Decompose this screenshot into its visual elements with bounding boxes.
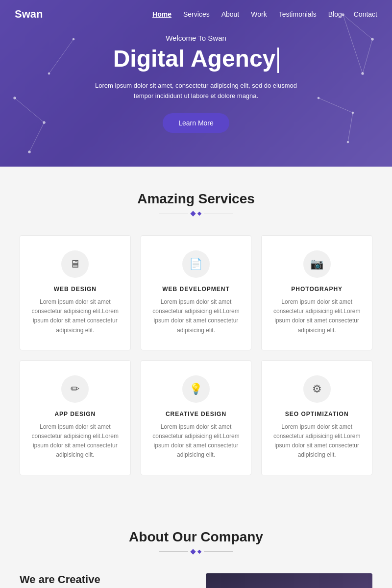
about-heading: We are Creative — [20, 573, 186, 586]
nav-item-testimonials[interactable]: Testimonials — [279, 10, 317, 19]
service-card-0: 🖥 WEB DESIGN Lorem ipsum dolor sit amet … — [20, 235, 131, 350]
svg-point-5 — [362, 73, 364, 75]
service-title-3: APP DESIGN — [30, 411, 121, 417]
service-title-4: CREATIVE DESIGN — [151, 411, 242, 417]
service-desc-0: Lorem ipsum dolor sit amet consectetur a… — [30, 297, 121, 335]
hero-title: Digital Agency — [93, 46, 299, 73]
service-title-2: PHOTOGRAPHY — [271, 286, 362, 293]
nav-item-about[interactable]: About — [221, 10, 240, 19]
about-content: We are Creative Lorem ipsum dolor sit am… — [20, 573, 372, 588]
hero-desc: Lorem ipsum dolor sit amet, consectetur … — [93, 81, 299, 101]
nav-item-work[interactable]: Work — [251, 10, 267, 19]
about-title: About Our Company — [20, 529, 372, 545]
service-icon-0: 🖥 — [70, 258, 80, 270]
svg-point-8 — [14, 97, 16, 99]
service-icon-wrap: 💡 — [182, 375, 210, 403]
about-left: We are Creative Lorem ipsum dolor sit am… — [20, 573, 186, 588]
service-icon-wrap: 📷 — [303, 250, 331, 278]
service-title-5: SEO OPTIMIZATION — [271, 411, 362, 417]
nav-links: Home Services About Work Testimonials Bl… — [152, 10, 377, 19]
service-desc-2: Lorem ipsum dolor sit amet consectetur a… — [271, 297, 362, 335]
service-icon-3: ✏ — [71, 383, 79, 395]
about-section: About Our Company We are Creative Lorem … — [0, 505, 392, 588]
svg-line-1 — [363, 39, 372, 74]
service-icon-2: 📷 — [310, 258, 323, 270]
learn-more-button[interactable]: Learn More — [163, 113, 229, 133]
service-icon-wrap: 🖥 — [61, 250, 89, 278]
service-icon-wrap: ✏ — [61, 375, 89, 403]
service-card-1: 📄 WEB DEVELOPMENT Lorem ipsum dolor sit … — [141, 235, 252, 350]
service-card-5: ⚙ SEO OPTIMIZATION Lorem ipsum dolor sit… — [261, 360, 372, 475]
service-card-3: ✏ APP DESIGN Lorem ipsum dolor sit amet … — [20, 360, 131, 475]
svg-point-10 — [28, 151, 31, 153]
service-icon-4: 💡 — [189, 383, 202, 395]
service-desc-1: Lorem ipsum dolor sit amet consectetur a… — [151, 297, 242, 335]
logo: Swan — [15, 8, 43, 21]
service-desc-3: Lorem ipsum dolor sit amet consectetur a… — [30, 422, 121, 460]
service-desc-4: Lorem ipsum dolor sit amet consectetur a… — [151, 422, 242, 460]
services-divider — [20, 212, 372, 216]
service-title-0: WEB DESIGN — [30, 286, 121, 293]
navbar: Swan Home Services About Work Testimonia… — [0, 0, 392, 28]
service-icon-wrap: 📄 — [182, 250, 210, 278]
about-video-thumbnail[interactable] — [206, 573, 372, 588]
service-icon-1: 📄 — [189, 258, 202, 270]
service-card-2: 📷 PHOTOGRAPHY Lorem ipsum dolor sit amet… — [261, 235, 372, 350]
nav-item-home[interactable]: Home — [152, 10, 172, 19]
hero-welcome: Welcome To Swan — [93, 34, 299, 42]
service-title-1: WEB DEVELOPMENT — [151, 286, 242, 293]
nav-item-services[interactable]: Services — [183, 10, 210, 19]
service-card-4: 💡 CREATIVE DESIGN Lorem ipsum dolor sit … — [141, 360, 252, 475]
nav-item-blog[interactable]: Blog — [328, 10, 342, 19]
services-title: Amazing Services — [20, 191, 372, 207]
service-desc-5: Lorem ipsum dolor sit amet consectetur a… — [271, 422, 362, 460]
svg-point-4 — [371, 38, 374, 41]
service-icon-5: ⚙ — [312, 383, 322, 395]
about-divider — [20, 550, 372, 554]
about-right — [206, 573, 372, 588]
svg-point-15 — [347, 141, 349, 143]
services-section: Amazing Services 🖥 WEB DESIGN Lorem ipsu… — [0, 167, 392, 505]
nav-item-contact[interactable]: Contact — [354, 10, 377, 19]
services-grid: 🖥 WEB DESIGN Lorem ipsum dolor sit amet … — [20, 235, 372, 475]
service-icon-wrap: ⚙ — [303, 375, 331, 403]
